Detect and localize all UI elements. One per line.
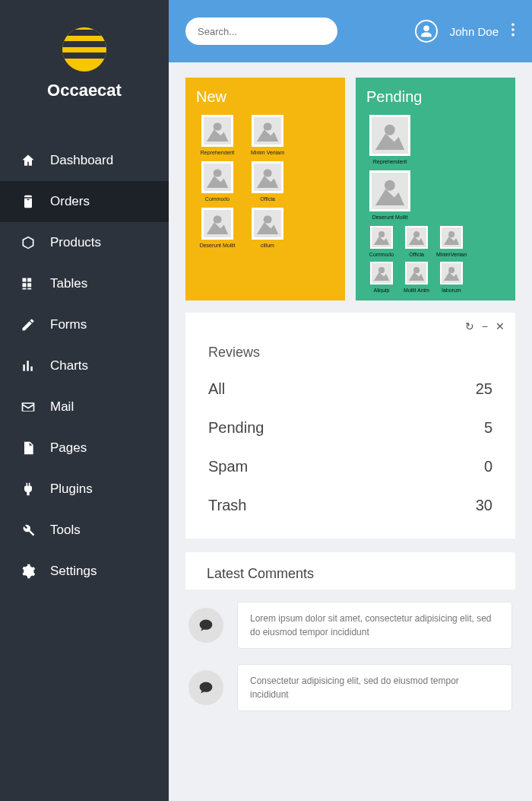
thumb-item[interactable]: Officia (246, 161, 289, 202)
forms-icon (20, 316, 36, 333)
tables-icon (20, 275, 36, 292)
thumb-label: Officia (246, 196, 289, 202)
stat-value: 30 (476, 497, 492, 514)
dots-vertical-icon (511, 22, 515, 37)
thumb-label: Reprehenderit (366, 159, 413, 164)
thumb-item[interactable]: Commodo (196, 161, 239, 202)
image-placeholder-icon (440, 262, 463, 284)
comments-heading-panel: Latest Comments (185, 552, 515, 590)
brand-name: Occaecat (0, 81, 169, 100)
comment-row: Consectetur adipisicing elit, sed do eiu… (188, 664, 512, 711)
thumb-item[interactable]: Reprehenderit (196, 115, 239, 155)
main: John Doe New ReprehenderitMinim VeniamCo… (169, 0, 532, 801)
review-stat-row[interactable]: Trash30 (208, 497, 492, 514)
settings-icon (20, 563, 36, 580)
chat-icon (198, 680, 214, 695)
cards-row: New ReprehenderitMinim VeniamCommodoOffi… (185, 78, 515, 300)
sidebar-item-charts[interactable]: Charts (0, 345, 169, 386)
sidebar-item-orders[interactable]: Orders (0, 181, 169, 222)
nav-label: Settings (50, 564, 97, 579)
stat-label: All (208, 380, 225, 398)
thumb-item[interactable]: Deserunt Mollit (196, 208, 239, 248)
thumb-label: MinimVeniam (436, 252, 467, 257)
nav-label: Products (50, 235, 101, 250)
sidebar-item-mail[interactable]: Mail (0, 386, 169, 428)
stat-label: Spam (208, 458, 248, 475)
nav-label: Orders (50, 194, 90, 209)
sidebar-nav: DashboardOrdersProductsTablesFormsCharts… (0, 140, 169, 592)
stat-value: 5 (484, 419, 492, 437)
products-icon (20, 234, 36, 251)
thumb-item[interactable]: Deserunt Mollit (366, 170, 413, 220)
thumb-item[interactable]: cillum (246, 208, 289, 248)
image-placeholder-icon (405, 262, 428, 284)
search-box[interactable] (185, 17, 337, 45)
thumb-label: Commodo (196, 196, 239, 202)
thumb-item[interactable]: MinimVeniam (436, 226, 467, 257)
review-stat-row[interactable]: Pending5 (208, 419, 492, 437)
thumb-label: cillum (246, 243, 289, 248)
content: New ReprehenderitMinim VeniamCommodoOffi… (169, 62, 532, 801)
pending-card-grid: ReprehenderitDeserunt MollitCommodoOffic… (366, 115, 505, 293)
sidebar-item-forms[interactable]: Forms (0, 304, 169, 345)
thumb-item[interactable]: Mollit Anim (401, 262, 432, 293)
search-input[interactable] (198, 26, 325, 37)
dashboard-icon (20, 152, 36, 169)
close-icon[interactable]: ✕ (496, 320, 505, 332)
comments-heading: Latest Comments (207, 566, 494, 582)
review-stat-row[interactable]: All25 (208, 380, 492, 398)
user-icon (420, 24, 433, 38)
charts-icon (20, 358, 36, 374)
sidebar-item-settings[interactable]: Settings (0, 551, 169, 592)
sidebar-item-tables[interactable]: Tables (0, 263, 169, 304)
chat-icon (198, 618, 214, 633)
stat-value: 0 (484, 458, 492, 475)
image-placeholder-icon (369, 115, 410, 156)
new-card-title: New (196, 88, 334, 106)
nav-label: Mail (50, 399, 74, 415)
sidebar: Occaecat DashboardOrdersProductsTablesFo… (0, 0, 169, 801)
stat-value: 25 (476, 380, 492, 398)
thumb-item[interactable]: Minim Veniam (246, 115, 289, 155)
image-placeholder-icon (405, 226, 428, 249)
thumb-label: Reprehenderit (196, 150, 239, 155)
image-placeholder-icon (252, 161, 283, 193)
image-placeholder-icon (201, 161, 233, 193)
svg-point-0 (511, 24, 515, 27)
sidebar-item-plugins[interactable]: Plugins (0, 469, 169, 510)
thumb-label: Commodo (366, 252, 397, 257)
image-placeholder-icon (252, 208, 283, 240)
sidebar-item-products[interactable]: Products (0, 222, 169, 263)
sidebar-item-tools[interactable]: Tools (0, 510, 169, 551)
comment-avatar[interactable] (188, 670, 223, 705)
thumb-item[interactable]: Commodo (366, 226, 397, 257)
thumb-item[interactable]: Officia (401, 226, 432, 257)
thumb-item[interactable]: laborum (436, 262, 467, 293)
avatar[interactable] (415, 20, 438, 43)
logo-icon (62, 27, 106, 72)
more-button[interactable] (511, 22, 515, 40)
reviews-heading: Reviews (208, 345, 492, 361)
refresh-icon[interactable]: ↻ (465, 320, 474, 332)
tools-icon (20, 522, 36, 539)
thumb-label: Officia (401, 252, 432, 257)
thumb-item[interactable]: Aliquip (366, 262, 397, 293)
image-placeholder-icon (201, 208, 233, 240)
nav-label: Tables (50, 276, 87, 291)
comment-avatar[interactable] (188, 608, 223, 643)
thumb-label: Aliquip (366, 288, 397, 293)
thumb-label: Minim Veniam (246, 150, 289, 155)
image-placeholder-icon (370, 226, 393, 249)
pending-card: Pending ReprehenderitDeserunt MollitComm… (356, 78, 515, 300)
sidebar-item-pages[interactable]: Pages (0, 428, 169, 469)
nav-label: Pages (50, 440, 87, 456)
plugins-icon (20, 481, 36, 497)
sidebar-item-dashboard[interactable]: Dashboard (0, 140, 169, 181)
minimize-icon[interactable]: − (482, 320, 488, 332)
svg-point-2 (511, 33, 515, 37)
logo-block: Occaecat (0, 0, 169, 119)
review-stat-row[interactable]: Spam0 (208, 458, 492, 475)
thumb-item[interactable]: Reprehenderit (366, 115, 413, 164)
image-placeholder-icon (370, 262, 393, 284)
comment-row: Lorem ipsum dolor sit amet, consectetur … (188, 602, 512, 649)
